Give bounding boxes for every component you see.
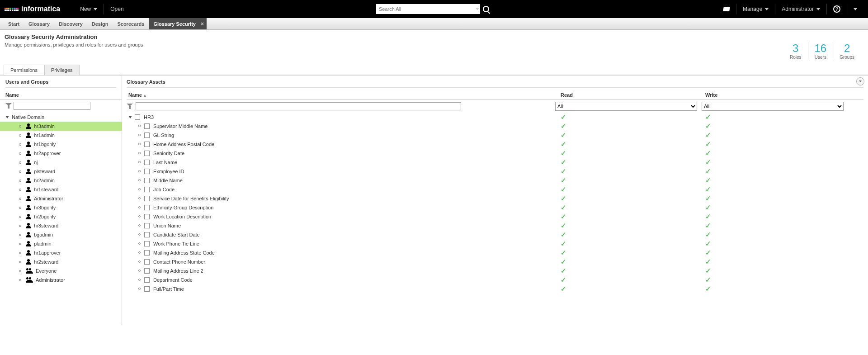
checkbox[interactable]: [144, 169, 150, 174]
tree-item-hr1steward[interactable]: hr1steward: [0, 185, 122, 194]
write-filter-select[interactable]: All: [702, 102, 844, 111]
asset-row[interactable]: Work Phone Tie Line✓✓: [127, 239, 863, 248]
bullet-icon: [138, 206, 141, 208]
users-filter-input[interactable]: [14, 102, 90, 110]
tree-item-hr2steward[interactable]: hr2steward: [0, 257, 122, 266]
extra-menu[interactable]: [847, 4, 863, 14]
help-menu[interactable]: ?: [826, 4, 847, 14]
expand-toggle-icon[interactable]: [5, 116, 9, 118]
open-menu[interactable]: Open: [104, 4, 130, 14]
users-name-header[interactable]: Name: [0, 90, 122, 100]
asset-row[interactable]: Mailing Address State Code✓✓: [127, 248, 863, 257]
nav-tab-scorecards[interactable]: Scorecards: [113, 18, 149, 29]
asset-row[interactable]: Full/Part Time✓✓: [127, 284, 863, 293]
nav-tab-glossary[interactable]: Glossary: [24, 18, 54, 29]
user-menu[interactable]: Administrator: [775, 4, 826, 14]
checkbox[interactable]: [144, 259, 150, 265]
asset-row-root[interactable]: HR3✓✓: [127, 113, 863, 122]
tree-item-plsteward[interactable]: plsteward: [0, 167, 122, 176]
checkbox[interactable]: [144, 142, 150, 147]
nav-tab-start[interactable]: Start: [4, 18, 24, 29]
checkbox[interactable]: [144, 277, 150, 283]
asset-row[interactable]: Home Address Postal Code✓✓: [127, 140, 863, 149]
assets-filter-row: All All: [127, 100, 863, 113]
checkbox[interactable]: [144, 205, 150, 210]
asset-row[interactable]: Last Name✓✓: [127, 158, 863, 167]
checkbox[interactable]: [144, 151, 150, 156]
subtab-privileges[interactable]: Privileges: [44, 65, 80, 75]
asset-row[interactable]: Ethnicity Group Description✓✓: [127, 203, 863, 212]
checkbox[interactable]: [144, 268, 150, 274]
checkmark-icon: ✓: [705, 158, 711, 166]
nav-tab-design[interactable]: Design: [87, 18, 113, 29]
panel-actions-menu[interactable]: [856, 77, 864, 85]
asset-row[interactable]: Mailing Address Line 2✓✓: [127, 266, 863, 275]
tree-item-hr2approver[interactable]: hr2approver: [0, 149, 122, 158]
tree-item-pladmin[interactable]: pladmin: [0, 239, 122, 248]
tree-item-hr1approver[interactable]: hr1approver: [0, 248, 122, 257]
tree-item-hr3steward[interactable]: hr3steward: [0, 221, 122, 230]
read-filter-select[interactable]: All: [555, 102, 697, 111]
assets-name-header[interactable]: Name▲: [127, 92, 561, 98]
search-input[interactable]: [376, 4, 480, 14]
tree-item-hr2bgonly[interactable]: hr2bgonly: [0, 212, 122, 221]
tree-item-label: hr2steward: [34, 259, 58, 265]
checkbox[interactable]: [144, 123, 150, 129]
tree-item-administrator[interactable]: Administrator: [0, 194, 122, 203]
checkbox[interactable]: [144, 133, 150, 138]
asset-row[interactable]: Exmployee ID✓✓: [127, 167, 863, 176]
expand-toggle-icon[interactable]: [128, 116, 132, 118]
tree-item-hr1bgonly[interactable]: hr1bgonly: [0, 140, 122, 149]
asset-row[interactable]: GL String✓✓: [127, 131, 863, 140]
asset-name: Department Code: [153, 277, 193, 283]
asset-row[interactable]: Supervisor Middle Name✓✓: [127, 122, 863, 131]
assets-write-header[interactable]: Write: [705, 92, 863, 98]
checkbox[interactable]: [144, 214, 150, 219]
asset-row[interactable]: Work Location Description✓✓: [127, 212, 863, 221]
assets-name-filter-input[interactable]: [136, 102, 461, 110]
search-scope-dropdown-icon[interactable]: [476, 8, 479, 10]
asset-row[interactable]: Department Code✓✓: [127, 275, 863, 284]
checkbox[interactable]: [144, 223, 150, 228]
notifications-menu[interactable]: [717, 4, 736, 14]
tree-item-hr3bgonly[interactable]: hr3bgonly: [0, 203, 122, 212]
asset-row[interactable]: Seniority Date✓✓: [127, 149, 863, 158]
checkbox[interactable]: [144, 187, 150, 192]
tree-item-label: hr1admin: [34, 133, 55, 138]
subtab-permissions[interactable]: Permissions: [4, 65, 44, 75]
bullet-icon: [138, 188, 141, 190]
tree-item-hr2admin[interactable]: hr2admin: [0, 176, 122, 185]
checkbox[interactable]: [144, 241, 150, 246]
checkbox[interactable]: [144, 178, 150, 183]
search-button[interactable]: [480, 4, 492, 14]
checkbox[interactable]: [144, 250, 150, 256]
assets-table-body[interactable]: HR3✓✓Supervisor Middle Name✓✓GL String✓✓…: [127, 113, 863, 325]
asset-row[interactable]: Contact Phone Number✓✓: [127, 257, 863, 266]
top-menu-left: New Open: [74, 4, 130, 14]
tree-item-nj[interactable]: nj: [0, 158, 122, 167]
manage-menu[interactable]: Manage: [736, 4, 775, 14]
checkbox[interactable]: [144, 196, 150, 201]
nav-tab-glossary-security[interactable]: Glossary Security×: [149, 18, 207, 29]
checkmark-icon: ✓: [561, 204, 566, 211]
checkbox[interactable]: [144, 160, 150, 165]
checkbox[interactable]: [144, 232, 150, 237]
asset-row[interactable]: Candidate Start Date✓✓: [127, 230, 863, 239]
checkbox[interactable]: [144, 286, 150, 292]
tree-domain-row[interactable]: Native Domain: [0, 113, 122, 122]
asset-row[interactable]: Service Date for Benefits Eligibility✓✓: [127, 194, 863, 203]
new-menu[interactable]: New: [74, 4, 104, 14]
tree-item-hr1admin[interactable]: hr1admin: [0, 131, 122, 140]
nav-tab-discovery[interactable]: Discovery: [54, 18, 87, 29]
asset-row[interactable]: Job Code✓✓: [127, 185, 863, 194]
tree-item-everyone[interactable]: Everyone: [0, 266, 122, 275]
close-tab-icon[interactable]: ×: [201, 21, 204, 27]
assets-read-header[interactable]: Read: [561, 92, 705, 98]
bullet-icon: [19, 225, 21, 227]
tree-item-hr3admin[interactable]: hr3admin: [0, 122, 122, 131]
tree-item-bgadmin[interactable]: bgadmin: [0, 230, 122, 239]
asset-row[interactable]: Middle Name✓✓: [127, 176, 863, 185]
asset-row[interactable]: Union Name✓✓: [127, 221, 863, 230]
tree-item-administrator[interactable]: Administrator: [0, 275, 122, 284]
checkbox[interactable]: [135, 114, 140, 120]
